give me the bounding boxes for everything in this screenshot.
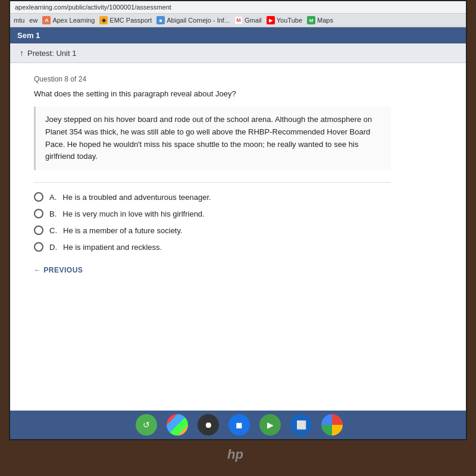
answer-c-label: C. (49, 226, 57, 235)
divider (34, 182, 391, 183)
bookmark-apex[interactable]: A Apex Learning (42, 16, 95, 24)
bookmark-ew[interactable]: ew (29, 17, 37, 24)
answer-d-text: He is impatient and reckless. (63, 243, 162, 252)
answer-option-c[interactable]: C. He is a member of a future society. (34, 226, 391, 235)
taskbar-icon-files[interactable]: ◼ (228, 414, 250, 436)
bookmark-apex-label: Apex Learning (52, 17, 95, 24)
page-content: Sem 1 ↑ Pretest: Unit 1 Question 8 of 24… (10, 27, 466, 411)
taskbar-icon-windows[interactable]: ⊞ (167, 414, 188, 436)
bookmark-maps-label: Maps (317, 17, 333, 24)
bookmark-emc-label: EMC Passport (109, 17, 152, 24)
answer-d-label: D. (49, 243, 57, 252)
abigail-icon: ■ (156, 16, 165, 24)
answer-a-label: A. (49, 193, 57, 202)
browser-chrome: apexlearning.com/public/activity/1000001… (10, 1, 466, 27)
monitor-frame: apexlearning.com/public/activity/1000001… (0, 0, 476, 476)
answer-a-text: He is a troubled and adventurous teenage… (62, 193, 211, 202)
bookmark-youtube[interactable]: ▶ YouTube (267, 16, 302, 24)
answer-option-a[interactable]: A. He is a troubled and adventurous teen… (34, 192, 391, 202)
radio-b[interactable] (34, 209, 43, 218)
maps-icon: M (307, 16, 315, 24)
apex-icon: A (42, 16, 51, 24)
question-text: What does the setting in this paragraph … (34, 89, 391, 98)
passage-text: Joey stepped on his hover board and rode… (45, 115, 372, 161)
previous-button[interactable]: ← PREVIOUS (34, 266, 391, 274)
taskbar-icon-chrome[interactable] (321, 414, 343, 436)
screen: apexlearning.com/public/activity/1000001… (9, 0, 467, 440)
radio-d[interactable] (34, 242, 43, 252)
svg-text:hp: hp (227, 447, 243, 462)
taskbar-icon-camera[interactable]: ⏺ (198, 414, 219, 436)
taskbar: ↺ ⊞ ⏺ ◼ ▶ ⬜ (10, 411, 467, 439)
answer-option-b[interactable]: B. He is very much in love with his girl… (34, 209, 391, 218)
bookmark-abigail-label: Abigail Cornejo - Inf... (167, 17, 230, 24)
youtube-icon: ▶ (267, 16, 275, 24)
pretest-title: Pretest: Unit 1 (27, 49, 76, 58)
bookmark-abigail[interactable]: ■ Abigail Cornejo - Inf... (156, 16, 230, 24)
bookmark-youtube-label: YouTube (277, 17, 302, 24)
bookmark-gmail-label: Gmail (245, 17, 262, 24)
bookmark-gmail[interactable]: M Gmail (234, 16, 262, 24)
hp-logo: hp (226, 444, 250, 466)
bookmark-maps[interactable]: M Maps (307, 16, 333, 24)
bookmark-ew-label: ew (29, 17, 37, 24)
bookmark-emc[interactable]: ◆ EMC Passport (99, 16, 152, 24)
emc-icon: ◆ (99, 16, 108, 24)
answer-b-text: He is very much in love with his girlfri… (62, 209, 204, 218)
taskbar-icon-recycle[interactable]: ↺ (136, 414, 157, 436)
gmail-icon: M (234, 16, 243, 24)
answer-c-text: He is a member of a future society. (63, 226, 183, 235)
passage-box: Joey stepped on his hover board and rode… (34, 107, 391, 170)
bookmarks-bar: mtu ew A Apex Learning ◆ EMC Passport ■ … (10, 14, 466, 27)
radio-a[interactable] (34, 192, 43, 202)
address-bar[interactable]: apexlearning.com/public/activity/1000001… (10, 1, 466, 14)
taskbar-icon-play[interactable]: ▶ (259, 414, 281, 436)
bookmark-mtu[interactable]: mtu (14, 17, 24, 24)
hp-area: hp (226, 440, 250, 470)
url-text: apexlearning.com/public/activity/1000001… (15, 4, 171, 11)
radio-c[interactable] (34, 226, 43, 235)
apex-subheader: ↑ Pretest: Unit 1 (10, 43, 466, 63)
apex-header: Sem 1 (10, 27, 466, 43)
sem-label: Sem 1 (17, 31, 40, 40)
answer-b-label: B. (49, 209, 57, 218)
answer-options: A. He is a troubled and adventurous teen… (34, 192, 391, 252)
quiz-container: Question 8 of 24 What does the setting i… (10, 63, 415, 286)
taskbar-icon-box[interactable]: ⬜ (290, 414, 312, 436)
answer-option-d[interactable]: D. He is impatient and reckless. (34, 242, 391, 252)
question-counter: Question 8 of 24 (34, 75, 391, 83)
back-arrow-icon[interactable]: ↑ (20, 48, 24, 58)
previous-label: ← PREVIOUS (34, 266, 83, 274)
bookmark-mtu-label: mtu (14, 17, 24, 24)
